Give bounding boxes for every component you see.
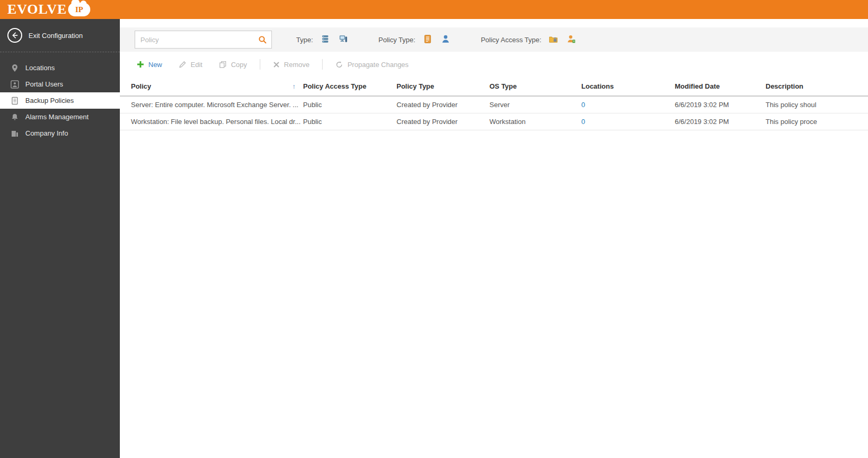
- provider-policy-filter-button[interactable]: [421, 33, 435, 46]
- sidebar-item-label: Company Info: [25, 129, 68, 137]
- exit-configuration-button[interactable]: Exit Configuration: [0, 19, 120, 52]
- top-header: EVOLVE IP: [0, 0, 868, 19]
- main-content: Type: Policy Type:: [120, 19, 868, 458]
- sidebar-item-label: Alarms Management: [25, 113, 89, 121]
- locations-cell: 0: [581, 113, 675, 130]
- policy-access-type-filter-label: Policy Access Type:: [481, 36, 542, 44]
- policy-search-box: [135, 31, 272, 49]
- server-type-filter-button[interactable]: [318, 33, 332, 46]
- new-button[interactable]: New: [129, 58, 169, 72]
- refresh-icon: [335, 61, 343, 69]
- policies-table: Policy ↑ Policy Access Type Policy Type …: [120, 77, 868, 130]
- backup-policies-icon: [11, 97, 19, 105]
- column-header-modified-date[interactable]: Modified Date: [675, 77, 766, 96]
- column-header-policy-type[interactable]: Policy Type: [397, 77, 489, 96]
- table-row[interactable]: Workstation: File level backup. Personal…: [120, 113, 868, 130]
- workstation-type-filter-button[interactable]: [336, 33, 350, 46]
- logo-text: EVOLVE: [7, 3, 67, 16]
- sort-ascending-icon: ↑: [293, 82, 296, 90]
- propagate-changes-button[interactable]: Propagate Changes: [328, 58, 416, 72]
- os-type-cell: Workstation: [489, 113, 581, 130]
- description-cell: This policy proce: [766, 113, 868, 130]
- pencil-icon: [179, 61, 186, 68]
- column-header-description[interactable]: Description: [766, 77, 868, 96]
- table-row[interactable]: Server: Entire computer. Microsoft Excha…: [120, 96, 868, 113]
- column-header-policy[interactable]: Policy ↑: [120, 77, 303, 96]
- access-type-cell: Public: [303, 96, 397, 113]
- private-access-filter-button[interactable]: [546, 33, 560, 46]
- locations-count-link[interactable]: 0: [581, 101, 585, 109]
- company-info-icon: [11, 129, 19, 138]
- policy-cell: Server: Entire computer. Microsoft Excha…: [120, 96, 303, 113]
- modified-date-cell: 6/6/2019 3:02 PM: [675, 113, 766, 130]
- table-header-row: Policy ↑ Policy Access Type Policy Type …: [120, 77, 868, 96]
- logo-cloud-badge: IP: [68, 3, 90, 16]
- copy-button[interactable]: Copy: [212, 58, 254, 72]
- sidebar-item-label: Portal Users: [25, 80, 63, 88]
- server-icon: [320, 34, 330, 45]
- x-icon: [273, 61, 280, 68]
- toolbar: New Edit Copy Remove: [120, 52, 868, 77]
- column-header-policy-access-type[interactable]: Policy Access Type: [303, 77, 397, 96]
- policy-cell: Workstation: File level backup. Personal…: [120, 113, 303, 130]
- location-pin-icon: [11, 64, 19, 72]
- sidebar-item-label: Locations: [25, 64, 55, 72]
- policy-type-cell: Created by Provider: [397, 113, 489, 130]
- edit-button[interactable]: Edit: [172, 58, 210, 72]
- user-policy-icon: [441, 34, 450, 45]
- access-type-cell: Public: [303, 113, 397, 130]
- column-header-os-type[interactable]: OS Type: [489, 77, 581, 96]
- policy-search-input[interactable]: [135, 31, 253, 48]
- sidebar-item-company-info[interactable]: Company Info: [0, 125, 120, 141]
- remove-button[interactable]: Remove: [266, 58, 317, 72]
- sidebar-nav: Locations Portal Users Backup Policies A…: [0, 52, 120, 141]
- description-cell: This policy shoul: [766, 96, 868, 113]
- sidebar-item-alarms-management[interactable]: Alarms Management: [0, 109, 120, 125]
- alarms-icon: [11, 113, 19, 121]
- sidebar-item-backup-policies[interactable]: Backup Policies: [0, 92, 120, 109]
- sidebar-item-locations[interactable]: Locations: [0, 60, 120, 76]
- policy-type-cell: Created by Provider: [397, 96, 489, 113]
- os-type-cell: Server: [489, 96, 581, 113]
- toolbar-separator: [322, 59, 323, 70]
- modified-date-cell: 6/6/2019 3:02 PM: [675, 96, 766, 113]
- workstation-icon: [338, 34, 348, 45]
- back-arrow-icon: [7, 28, 22, 43]
- public-access-filter-button[interactable]: [564, 33, 578, 46]
- sidebar: Exit Configuration Locations Portal User…: [0, 19, 120, 458]
- toolbar-separator: [260, 59, 260, 70]
- portal-user-icon: [11, 80, 19, 89]
- locked-folder-icon: [549, 34, 558, 45]
- plus-icon: [137, 61, 144, 68]
- policy-type-filter-label: Policy Type:: [379, 36, 416, 44]
- sidebar-item-portal-users[interactable]: Portal Users: [0, 76, 120, 92]
- locations-cell: 0: [581, 96, 675, 113]
- filter-bar: Type: Policy Type:: [120, 27, 868, 52]
- evolveip-logo: EVOLVE IP: [7, 3, 90, 16]
- search-icon[interactable]: [253, 31, 271, 48]
- sidebar-item-label: Backup Policies: [25, 97, 74, 104]
- exit-configuration-label: Exit Configuration: [29, 32, 83, 40]
- provider-policy-icon: [423, 34, 432, 45]
- column-header-locations[interactable]: Locations: [581, 77, 675, 96]
- public-user-icon: [567, 34, 576, 45]
- locations-count-link[interactable]: 0: [581, 118, 585, 126]
- copy-icon: [219, 61, 227, 68]
- user-policy-filter-button[interactable]: [439, 33, 452, 46]
- type-filter-label: Type:: [296, 36, 313, 44]
